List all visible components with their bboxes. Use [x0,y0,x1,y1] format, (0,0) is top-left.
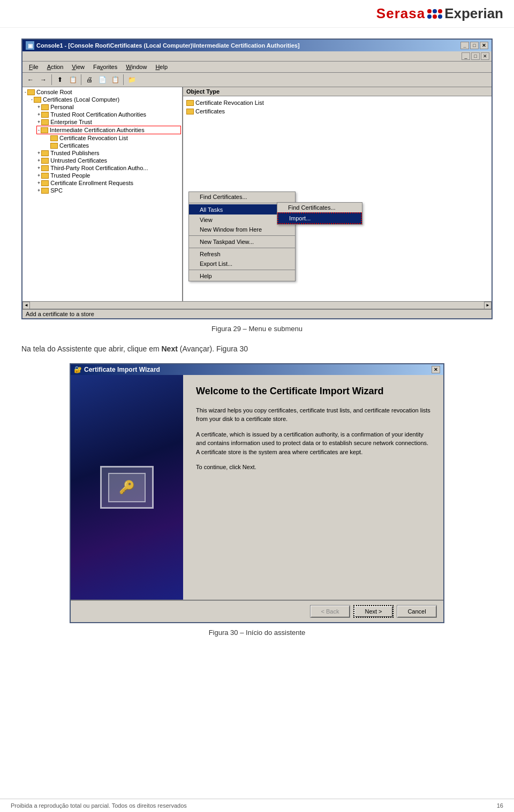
logo-container: Serasa Experian [376,5,503,22]
inner-restore-btn[interactable]: □ [471,52,480,60]
tree-label-trusted-root: Trusted Root Certification Authorities [50,111,146,118]
toolbar-forward[interactable]: → [37,74,49,86]
inner-minimize-btn[interactable]: _ [462,52,470,60]
cert-graphic: 🔑 [100,466,154,509]
expand-icon: + [37,119,40,125]
toolbar-up[interactable]: ⬆ [54,74,66,86]
body-text-after: (Avançar). Figura 30 [178,344,248,353]
menu-favorites[interactable]: Favorites [89,63,122,71]
folder-icon [41,165,49,171]
tree-console-root[interactable]: - Console Root [24,88,181,96]
wizard-close-btn[interactable]: ✕ [432,366,440,373]
toolbar-sep1 [51,74,52,85]
folder-icon [27,89,35,95]
right-pane-items: Certificate Revocation List Certificates [183,96,492,118]
ctx-sep3 [189,248,295,248]
close-button[interactable]: ✕ [480,42,488,49]
tree-trusted-root[interactable]: + Trusted Root Certification Authorities [36,111,181,118]
wizard-win-icon: 🔐 [74,366,82,373]
toolbar-btn3[interactable]: 📋 [109,74,121,86]
menu-view[interactable]: View [67,63,89,71]
ctx-all-tasks-label: All Tasks [200,206,223,213]
cancel-button[interactable]: Cancel [397,605,437,618]
footer-left: Proibida a reprodução total ou parcial. … [11,802,187,809]
tree-label-third-party-root: Third-Party Root Certification Autho... [50,165,148,171]
sub-import[interactable]: Import... [277,212,362,224]
tree-label-intermediate-ca: Intermediate Certification Authorities [50,127,145,133]
wizard-para1: This wizard helps you copy certificates,… [196,406,430,424]
toolbar-btn2[interactable]: 📄 [96,74,108,86]
sub-import-label: Import... [289,215,311,221]
menu-help[interactable]: Help [151,63,172,71]
ctx-refresh[interactable]: Refresh [189,249,295,259]
menu-action[interactable]: Action [43,63,68,71]
minimize-button[interactable]: _ [460,42,469,49]
ctx-new-taskpad[interactable]: New Taskpad View... [189,237,295,247]
ctx-export-list[interactable]: Export List... [189,259,295,269]
tree-certs-local[interactable]: - Certificates (Local Computer) [30,96,181,103]
maximize-button[interactable]: □ [470,42,479,49]
tree-trusted-people[interactable]: + Trusted People [36,172,181,179]
tree-untrusted-certs[interactable]: + Untrusted Certificates [36,157,181,164]
tree-enterprise-trust[interactable]: + Enterprise Trust [36,118,181,126]
wizard-footer: < Back Next > Cancel [71,600,443,622]
tree-certs-child[interactable]: Certificates [43,142,181,149]
menu-window[interactable]: Window [122,63,151,71]
folder-icon [41,180,49,186]
mmc-window: ▣ Console1 - [Console Root\Certificates … [21,39,493,319]
dot4 [427,14,432,19]
folder-icon [186,100,194,106]
expand-icon: + [37,112,40,117]
right-item-certs[interactable]: Certificates [185,107,489,116]
tree-third-party-root[interactable]: + Third-Party Root Certification Autho..… [36,164,181,172]
tree-label-certs-child: Certificates [59,142,89,149]
sub-find-certs-label: Find Certificates... [288,204,336,211]
expand-icon: - [38,127,40,133]
tree-personal[interactable]: + Personal [36,103,181,111]
ctx-new-window[interactable]: New Window from Here [189,225,295,234]
folder-icon [41,119,49,125]
tree-intermediate-ca[interactable]: - Intermediate Certification Authorities [36,126,181,134]
cert-seal-icon: 🔑 [119,480,135,495]
experian-logo-text: Experian [444,5,503,22]
folder-icon [50,143,58,149]
toolbar-show-hide[interactable]: 📋 [67,74,79,86]
tree-label-trusted-people: Trusted People [50,172,90,179]
tree-label-untrusted-certs: Untrusted Certificates [50,157,107,164]
right-item-cert-rev[interactable]: Certificate Revocation List [185,98,489,107]
cert-graphic-inner: 🔑 [108,473,146,502]
folder-icon [41,127,48,133]
folder-icon [41,173,49,179]
menu-file[interactable]: File [25,63,43,71]
title-left: ▣ Console1 - [Console Root\Certificates … [26,41,300,50]
right-item-cert-rev-label: Certificate Revocation List [195,99,264,106]
inner-close-btn[interactable]: ✕ [481,52,489,60]
folder-icon [41,150,49,156]
next-button[interactable]: Next > [353,605,394,618]
body-text-block: Na tela do Assistente que abrir, clique … [21,343,493,355]
h-scroll-right[interactable]: ► [484,302,492,309]
toolbar-print[interactable]: 🖨 [84,74,95,86]
tree-cert-rev-list[interactable]: Certificate Revocation List [43,134,181,142]
toolbar-back[interactable]: ← [25,74,36,86]
tree-label-enterprise-trust: Enterprise Trust [50,119,92,125]
menu-bar: File Action View Favorites Window Help [22,62,492,73]
ctx-find-certs[interactable]: Find Certificates... [189,192,295,202]
h-scroll-track[interactable] [30,303,484,308]
tree-spc[interactable]: + SPC [36,187,181,194]
caption1-text: Figura 29 – Menu e submenu [211,325,303,333]
tree-trusted-pub[interactable]: + Trusted Publishers [36,149,181,157]
h-scroll-left[interactable]: ◄ [22,302,30,309]
tree-cert-enrollment[interactable]: + Certificate Enrollment Requests [36,179,181,187]
toolbar-sep3 [123,74,124,85]
back-button[interactable]: < Back [310,605,350,618]
tree-label-cert-rev-list: Certificate Revocation List [59,135,128,141]
toolbar-btn4[interactable]: 📁 [126,74,138,86]
wizard-left-panel: 🔑 [71,375,183,600]
ctx-new-window-label: New Window from Here [200,226,262,233]
sub-find-certs[interactable]: Find Certificates... [277,203,362,212]
expand-icon: + [37,173,40,178]
expand-icon: + [37,104,40,110]
ctx-help[interactable]: Help [189,271,295,281]
wizard-window: 🔐 Certificate Import Wizard ✕ 🔑 [70,363,444,623]
